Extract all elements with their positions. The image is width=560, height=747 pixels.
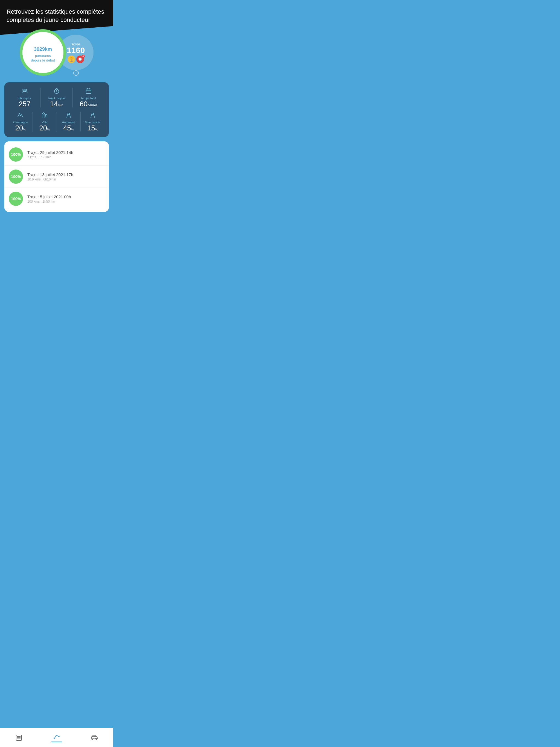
stat-trajet-moyen: trajet moyen 14min [41, 88, 73, 107]
stats-card: nb trajets 257 trajet moyen 14min [4, 82, 109, 137]
trajets-icon [21, 88, 28, 96]
trip-title-0: Trajet: 29 juillet 2021 14h [27, 150, 104, 155]
trip-title-1: Trajet: 13 juillet 2021 17h [27, 172, 104, 177]
campagne-label: Campagne [13, 121, 28, 124]
badge-count: 4 [81, 55, 85, 58]
temps-total-value: 60heures [80, 100, 98, 107]
autoroute-label: Autoroute [62, 121, 75, 124]
svg-point-0 [23, 89, 24, 91]
trip-detail-0: 7 kms . 1h21min [27, 155, 104, 159]
trip-detail-1: 10.6 kms . 0h10min [27, 177, 104, 181]
clock-badge[interactable]: 🕐 4 [76, 55, 84, 63]
km-label: parcourusdepuis le début [31, 54, 55, 63]
trip-detail-2: 100 kms . 1h50min [27, 200, 104, 203]
voie-rapide-icon [90, 112, 96, 120]
trajet-moyen-unit: min [58, 103, 63, 107]
autoroute-value: 45% [63, 124, 74, 131]
campagne-icon [17, 112, 24, 120]
svg-point-1 [25, 89, 27, 91]
campagne-unit: % [23, 127, 26, 131]
trajet-moyen-label: trajet moyen [48, 97, 65, 100]
svg-point-9 [96, 738, 97, 739]
trip-score-2: 100% [9, 192, 23, 206]
campagne-value: 20% [15, 124, 26, 131]
stat-ville: Ville 20% [33, 112, 57, 131]
ville-value: 20% [39, 124, 50, 131]
timer-icon [53, 88, 60, 96]
score-section: 3029km parcourusdepuis le début score 11… [4, 29, 109, 76]
voie-rapide-value: 15% [87, 124, 98, 131]
ville-label: Ville [42, 121, 48, 124]
trip-score-0: 100% [9, 147, 23, 162]
ville-icon [41, 112, 48, 120]
nb-trajets-label: nb trajets [18, 97, 31, 100]
stats-row-2: Campagne 20% Ville 20% [9, 112, 104, 131]
autoroute-icon [65, 112, 72, 120]
list-icon [15, 734, 23, 742]
svg-point-8 [92, 738, 93, 739]
ville-unit: % [47, 127, 50, 131]
trip-score-1: 100% [9, 170, 23, 184]
trophy-badge[interactable]: 🏆 [68, 55, 75, 63]
voie-rapide-unit: % [95, 127, 98, 131]
temps-total-unit: heures [87, 103, 98, 107]
stat-temps-total: temps total 60heures [73, 88, 104, 107]
voie-rapide-label: Voie rapide [85, 121, 100, 124]
nb-trajets-value: 257 [19, 100, 30, 107]
trip-item-2[interactable]: 100% Trajet: 5 juillet 2021 00h 100 kms … [4, 188, 109, 210]
trip-info-0: Trajet: 29 juillet 2021 14h 7 kms . 1h21… [27, 150, 104, 159]
stat-nb-trajets: nb trajets 257 [9, 88, 41, 107]
calendar-icon [85, 88, 92, 96]
score-value: 1160 [67, 46, 85, 54]
trip-item-1[interactable]: 100% Trajet: 13 juillet 2021 17h 10.6 km… [4, 166, 109, 188]
main-content: 3029km parcourusdepuis le début score 11… [0, 35, 113, 728]
trip-item-0[interactable]: 100% Trajet: 29 juillet 2021 14h 7 kms .… [4, 144, 109, 166]
stat-voie-rapide: Voie rapide 15% [81, 112, 104, 131]
autoroute-unit: % [71, 127, 74, 131]
stats-row-1: nb trajets 257 trajet moyen 14min [9, 88, 104, 107]
nav-active-indicator [51, 742, 62, 742]
nav-item-stats[interactable] [38, 730, 75, 745]
temps-total-label: temps total [81, 97, 96, 100]
svg-rect-3 [86, 89, 91, 94]
km-circle: 3029km parcourusdepuis le début [20, 29, 66, 76]
trips-card: 100% Trajet: 29 juillet 2021 14h 7 kms .… [4, 141, 109, 212]
km-unit: km [45, 47, 52, 52]
nav-item-list[interactable] [0, 732, 38, 744]
stat-campagne: Campagne 20% [9, 112, 32, 131]
trip-info-2: Trajet: 5 juillet 2021 00h 100 kms . 1h5… [27, 195, 104, 203]
car-icon [91, 734, 98, 742]
km-value: 3029km [34, 42, 52, 52]
trip-title-2: Trajet: 5 juillet 2021 00h [27, 195, 104, 199]
header-title: Retrouvez les statistiques complètes com… [6, 8, 107, 24]
info-icon[interactable]: i [73, 70, 79, 76]
nav-item-car[interactable] [75, 732, 113, 744]
trajet-moyen-value: 14min [50, 100, 63, 107]
bottom-nav [0, 728, 113, 747]
stats-icon [53, 733, 60, 741]
score-badges: 🏆 🕐 4 [68, 55, 84, 63]
trip-info-1: Trajet: 13 juillet 2021 17h 10.6 kms . 0… [27, 172, 104, 181]
stat-autoroute: Autoroute 45% [57, 112, 81, 131]
